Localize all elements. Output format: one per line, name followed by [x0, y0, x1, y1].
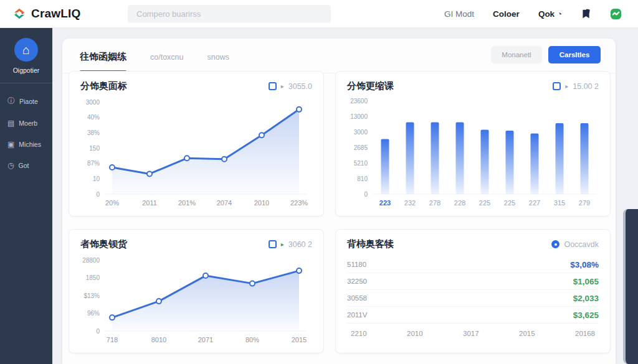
sidebar-item-piaote[interactable]: ⓘ Piaote — [0, 90, 52, 113]
main-content: 往饰函姻练 co/toxcnu snows Monanetl Carsltles… — [62, 39, 616, 364]
svg-text:2011: 2011 — [142, 199, 157, 207]
svg-text:$13%: $13% — [83, 292, 100, 299]
footer-label: 2015 — [519, 330, 535, 337]
svg-text:8010: 8010 — [151, 336, 166, 343]
svg-text:28800: 28800 — [82, 257, 100, 264]
svg-text:227: 227 — [529, 199, 540, 207]
value-table: 51180$3,08%32250$1,06530558$2,0332011V$3… — [336, 254, 610, 337]
metric-value: Ooccavdk — [564, 240, 599, 249]
table-row: 32250$1,065 — [347, 273, 599, 290]
line-chart: 288001850$13%96%07188010207180%2015 — [76, 254, 317, 346]
svg-text:225: 225 — [504, 199, 515, 207]
sidebar-divider — [0, 83, 52, 83]
row-value: $3,625 — [573, 310, 599, 320]
footer-label: 20168 — [575, 330, 595, 337]
checkbox-icon[interactable] — [269, 240, 277, 248]
trend-arrow-icon: ▸ — [281, 241, 284, 248]
clock-icon: ◷ — [7, 161, 14, 170]
svg-text:279: 279 — [579, 199, 590, 207]
right-edge-panel[interactable] — [623, 209, 638, 364]
logo-text: CrawLIQ — [31, 7, 81, 21]
panel-header: 分饰更缩课 ▸ 15.00 2 — [336, 72, 610, 96]
chat-icon[interactable] — [610, 8, 622, 20]
row-value: $1,065 — [573, 277, 599, 286]
panel-title: 者饰奥钡货 — [80, 238, 127, 250]
panel-header: 分饰奥面标 ▸ 3055.0 — [69, 72, 323, 96]
secondary-button[interactable]: Monanetl — [491, 46, 542, 63]
top-nav: GI Modt Coloer Qok◔ — [444, 0, 622, 28]
svg-text:40%: 40% — [87, 114, 100, 121]
table-row: 51180$3,08% — [347, 256, 599, 273]
row-value: $3,08% — [570, 260, 599, 269]
svg-text:1850: 1850 — [86, 274, 100, 281]
metric-value: 3055.0 — [288, 82, 312, 91]
svg-text:38%: 38% — [87, 129, 100, 136]
svg-text:10: 10 — [93, 175, 100, 182]
svg-text:3000: 3000 — [86, 99, 100, 106]
svg-text:718: 718 — [107, 336, 118, 343]
svg-text:5210: 5210 — [354, 160, 368, 167]
panel-line-chart-2: 者饰奥钡货 ▸ 3060 2 288001850$13%96%071880102… — [69, 229, 324, 353]
svg-text:2071: 2071 — [198, 336, 213, 343]
svg-text:810: 810 — [357, 175, 368, 182]
svg-text:0: 0 — [364, 191, 368, 198]
sidebar-item-label: Moerb — [19, 119, 37, 127]
crawliq-chevrons-icon — [12, 7, 26, 21]
grid-icon: ▤ — [7, 119, 14, 128]
sidebar-item-label: Piaote — [19, 98, 38, 105]
checkbox-icon[interactable] — [269, 82, 277, 90]
sidebar-item-moerb[interactable]: ▤ Moerb — [0, 113, 52, 134]
app-logo[interactable]: CrawLIQ — [12, 7, 81, 21]
primary-button[interactable]: Carsltles — [548, 46, 601, 63]
svg-text:3000: 3000 — [354, 129, 368, 136]
search-input[interactable] — [128, 5, 331, 23]
sidebar-item-michies[interactable]: ▣ Michies — [0, 134, 52, 155]
svg-text:228: 228 — [454, 199, 465, 207]
sidebar: ⌂ Oigpotier ⓘ Piaote ▤ Moerb ▣ Michies ◷… — [0, 28, 52, 364]
sidebar-item-got[interactable]: ◷ Got — [0, 155, 52, 176]
panel-metric: Ooccavdk — [551, 240, 599, 249]
svg-text:2015: 2015 — [292, 336, 307, 343]
panel-metric: ▸ 15.00 2 — [553, 82, 599, 91]
svg-text:96%: 96% — [87, 310, 100, 317]
svg-text:232: 232 — [404, 199, 416, 207]
panel-line-chart-1: 分饰奥面标 ▸ 3055.0 300040%38%15087%10020%201… — [69, 71, 324, 217]
tab-3[interactable]: snows — [207, 53, 229, 63]
line-chart: 300040%38%15087%10020%2011201%2074201022… — [76, 96, 317, 209]
panel-icon: ▣ — [7, 140, 14, 149]
home-icon: ⌂ — [22, 43, 30, 57]
metric-value: 3060 2 — [288, 240, 312, 249]
table-footer: 221020103017201520168 — [347, 324, 599, 337]
svg-text:0: 0 — [96, 328, 100, 335]
tab-bar: 往饰函姻练 co/toxcnu snows Monanetl Carsltles — [62, 39, 616, 73]
tab-1[interactable]: 往饰函姻练 — [80, 51, 126, 64]
workspace-avatar[interactable]: ⌂ — [14, 38, 38, 62]
top-bar: CrawLIQ GI Modt Coloer Qok◔ — [0, 0, 638, 28]
radio-icon[interactable] — [551, 240, 559, 248]
nav-item-1[interactable]: GI Modt — [444, 9, 474, 19]
checkbox-icon[interactable] — [553, 82, 561, 90]
panel-value-table: 背柿奥客犊 Ooccavdk 51180$3,08%32250$1,065305… — [335, 229, 611, 353]
sidebar-item-label: Got — [18, 162, 29, 169]
panel-metric: ▸ 3055.0 — [269, 82, 312, 91]
workspace-label: Oigpotier — [0, 67, 52, 83]
metric-value: 15.00 2 — [573, 82, 599, 91]
svg-text:201%: 201% — [178, 199, 196, 207]
svg-text:13000: 13000 — [350, 113, 368, 120]
nav-item-3[interactable]: Qok◔ — [538, 9, 562, 19]
panel-title: 分饰更缩课 — [347, 80, 394, 92]
svg-text:0: 0 — [96, 191, 100, 198]
svg-text:20%: 20% — [105, 199, 119, 207]
table-row: 2011V$3,625 — [347, 307, 599, 324]
trend-arrow-icon: ▸ — [565, 83, 568, 90]
trend-arrow-icon: ▸ — [281, 83, 284, 90]
nav-item-2[interactable]: Coloer — [493, 9, 520, 19]
info-icon: ⓘ — [7, 96, 15, 106]
panel-title: 分饰奥面标 — [80, 80, 127, 92]
table-row: 30558$2,033 — [347, 290, 599, 307]
panel-bar-chart: 分饰更缩课 ▸ 15.00 2 236001300030002685521081… — [335, 71, 611, 217]
bookmark-icon[interactable] — [581, 9, 591, 19]
row-label: 32250 — [347, 278, 367, 285]
svg-text:80%: 80% — [245, 336, 259, 343]
tab-2[interactable]: co/toxcnu — [150, 53, 184, 63]
